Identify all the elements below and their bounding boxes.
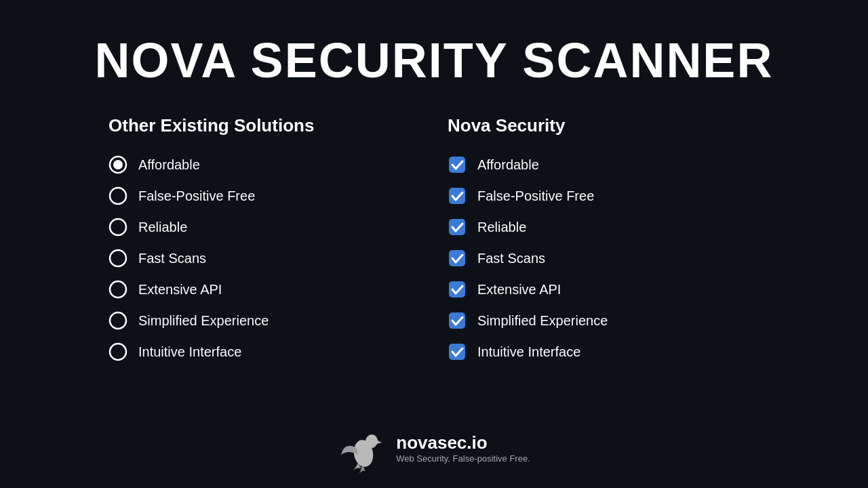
checkbox-icon: [448, 342, 467, 361]
radio-icon: [108, 155, 127, 174]
checkbox-icon: [448, 155, 467, 174]
left-feature-item: Reliable: [108, 218, 420, 237]
radio-icon: [108, 280, 127, 299]
footer-brand: novasec.io: [396, 432, 530, 453]
left-feature-item: False-Positive Free: [108, 186, 420, 205]
checkbox-icon: [448, 311, 467, 330]
page-wrapper: NOVA SECURITY SCANNER Other Existing Sol…: [0, 0, 868, 488]
right-feature-item: Fast Scans: [448, 249, 760, 268]
title-section: NOVA SECURITY SCANNER: [0, 0, 868, 115]
feature-label: Fast Scans: [138, 251, 206, 266]
feature-label: Intuitive Interface: [138, 344, 241, 360]
radio-icon: [108, 311, 127, 330]
svg-point-1: [113, 160, 123, 169]
feature-label: Simplified Experience: [138, 313, 269, 329]
feature-label: Reliable: [138, 220, 187, 235]
feature-label: Simplified Experience: [477, 313, 608, 329]
svg-point-5: [110, 281, 126, 298]
radio-icon: [108, 218, 127, 237]
left-feature-list: Affordable False-Positive Free Reliable …: [108, 155, 420, 361]
feature-label: Extensive API: [138, 282, 222, 298]
right-feature-item: Affordable: [448, 155, 760, 174]
right-feature-list: Affordable False-Positive Free Reliable …: [448, 155, 760, 361]
right-feature-item: Reliable: [448, 218, 760, 237]
feature-label: False-Positive Free: [138, 188, 255, 204]
left-feature-item: Simplified Experience: [108, 311, 420, 330]
radio-icon: [108, 249, 127, 268]
feature-label: Affordable: [138, 157, 200, 173]
checkbox-icon: [448, 280, 467, 299]
right-column: Nova Security Affordable False-Positive …: [434, 115, 773, 418]
feature-label: Reliable: [477, 220, 526, 235]
left-column-title: Other Existing Solutions: [108, 115, 420, 136]
left-feature-item: Fast Scans: [108, 249, 420, 268]
right-column-title: Nova Security: [448, 115, 760, 136]
svg-point-6: [110, 312, 126, 329]
svg-point-3: [110, 219, 126, 235]
right-feature-item: Intuitive Interface: [448, 342, 760, 361]
footer: novasec.io Web Security. False-positive …: [0, 418, 868, 488]
right-feature-item: False-Positive Free: [448, 186, 760, 205]
feature-label: Fast Scans: [477, 251, 545, 266]
checkbox-icon: [448, 186, 467, 205]
footer-logo: [338, 424, 385, 472]
svg-point-7: [110, 344, 126, 360]
radio-icon: [108, 342, 127, 361]
svg-marker-17: [376, 440, 382, 444]
left-feature-item: Intuitive Interface: [108, 342, 420, 361]
feature-label: Intuitive Interface: [477, 344, 580, 360]
svg-point-4: [110, 250, 126, 266]
right-feature-item: Extensive API: [448, 280, 760, 299]
left-feature-item: Affordable: [108, 155, 420, 174]
comparison-section: Other Existing Solutions Affordable Fals…: [0, 115, 868, 418]
feature-label: False-Positive Free: [477, 188, 594, 204]
checkbox-icon: [448, 249, 467, 268]
right-feature-item: Simplified Experience: [448, 311, 760, 330]
feature-label: Affordable: [477, 157, 539, 173]
checkbox-icon: [448, 218, 467, 237]
left-feature-item: Extensive API: [108, 280, 420, 299]
footer-text-group: novasec.io Web Security. False-positive …: [396, 432, 530, 464]
footer-tagline: Web Security. False-positive Free.: [396, 453, 530, 464]
left-column: Other Existing Solutions Affordable Fals…: [95, 115, 434, 418]
radio-icon: [108, 186, 127, 205]
main-title: NOVA SECURITY SCANNER: [0, 33, 868, 88]
feature-label: Extensive API: [477, 282, 561, 298]
svg-point-2: [110, 188, 126, 204]
